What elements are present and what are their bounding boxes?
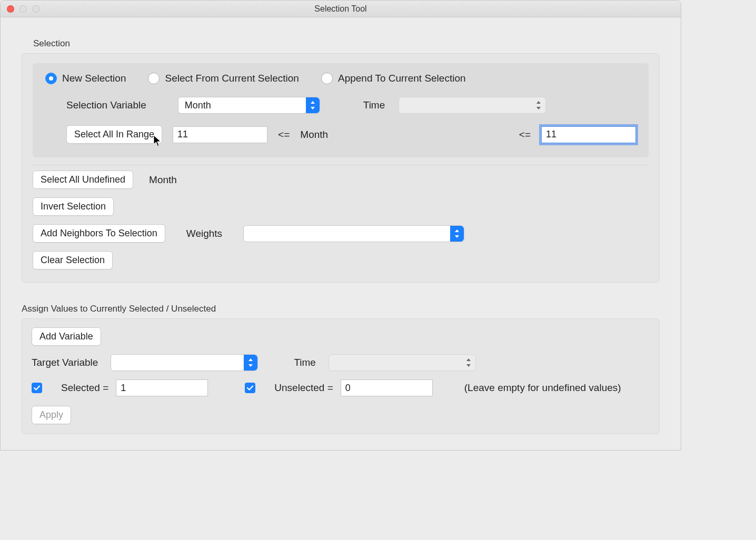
range-op2-label: <= [519,129,531,141]
unselected-equals-label: Unselected = [274,382,333,394]
titlebar: Selection Tool [1,1,681,17]
clear-selection-label: Clear Selection [41,255,105,266]
add-neighbors-label: Add Neighbors To Selection [41,228,157,239]
chevron-up-down-icon [244,355,257,371]
time-combo[interactable] [399,97,546,114]
add-neighbors-button[interactable]: Add Neighbors To Selection [33,224,165,243]
radio-append-to-current[interactable]: Append To Current Selection [321,73,466,84]
target-variable-combo[interactable] [111,354,258,371]
select-all-undefined-label: Select All Undefined [41,174,125,185]
divider [33,165,649,165]
selection-section-label: Selection [33,38,660,49]
radio-append-to-current-label: Append To Current Selection [338,73,466,84]
weights-combo[interactable] [243,225,464,242]
mouse-cursor-icon [153,135,163,150]
radio-new-selection[interactable]: New Selection [45,73,126,84]
select-all-in-range-label: Select All In Range [74,129,154,140]
radio-icon [321,73,333,84]
range-op1-label: <= [278,129,290,141]
range-max-input[interactable] [541,126,636,143]
selection-variable-label: Selection Variable [66,99,146,111]
radio-select-from-current[interactable]: Select From Current Selection [148,73,299,84]
range-min-input[interactable] [173,126,267,143]
add-variable-button[interactable]: Add Variable [32,327,101,346]
select-all-undefined-button[interactable]: Select All Undefined [33,171,133,189]
invert-selection-button[interactable]: Invert Selection [33,197,114,216]
chevron-up-down-icon [306,97,320,113]
time-label: Time [363,99,385,111]
select-all-in-range-button[interactable]: Select All In Range [66,125,162,144]
range-variable-label: Month [300,129,405,141]
check-icon [33,384,41,392]
unselected-value-input[interactable] [341,379,433,396]
selection-variable-combo[interactable]: Month [178,97,320,114]
unselected-checkbox[interactable] [245,383,255,393]
content: Selection New Selection Select From Curr… [1,17,681,450]
selection-groupbox: New Selection Select From Current Select… [22,53,660,283]
undefined-variable-label: Month [149,174,177,186]
selection-variable-value: Month [185,100,211,111]
selection-tool-window: Selection Tool Selection New Selection S… [0,0,681,451]
apply-label: Apply [39,409,63,421]
selected-value-input[interactable] [116,379,208,396]
assign-time-label: Time [294,357,316,368]
check-icon [246,384,254,392]
selected-equals-label: Selected = [61,382,108,394]
radio-new-selection-label: New Selection [62,73,126,84]
assign-groupbox: Add Variable Target Variable Time [22,318,660,434]
clear-selection-button[interactable]: Clear Selection [33,251,113,269]
chevron-up-down-icon [532,97,545,113]
radio-checked-icon [45,73,57,84]
target-variable-label: Target Variable [32,357,98,368]
radio-select-from-current-label: Select From Current Selection [165,73,299,84]
selected-checkbox[interactable] [32,383,42,393]
assign-section-label: Assign Values to Currently Selected / Un… [22,304,660,314]
apply-button[interactable]: Apply [32,406,71,424]
weights-label: Weights [186,228,222,239]
invert-selection-label: Invert Selection [41,201,106,212]
assign-time-combo[interactable] [329,354,476,371]
chevron-up-down-icon [450,226,464,242]
chevron-up-down-icon [462,355,475,371]
add-variable-label: Add Variable [39,331,93,342]
radio-icon [148,73,160,84]
assign-hint-label: (Leave empty for undefined values) [464,382,621,394]
window-title: Selection Tool [1,4,681,14]
selection-mode-box: New Selection Select From Current Select… [33,63,649,157]
